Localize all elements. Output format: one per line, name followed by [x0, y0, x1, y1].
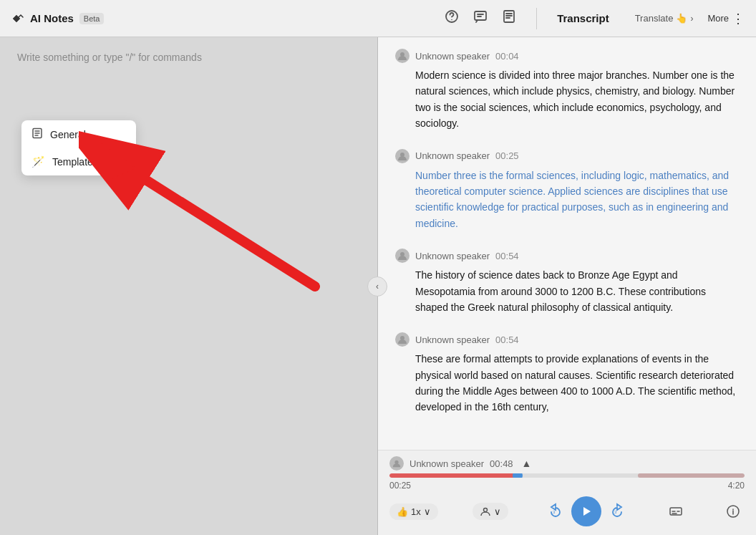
speaker-name-2: Unknown speaker [415, 150, 490, 161]
chat-icon[interactable] [473, 9, 488, 27]
speaker-avatar-4 [395, 332, 410, 347]
notes-icon[interactable] [502, 9, 516, 27]
svg-rect-2 [475, 11, 486, 20]
partial-speaker-row: Unknown speaker 00:48 ▲ [389, 456, 745, 471]
progress-thumb[interactable] [513, 473, 523, 478]
header-divider [536, 8, 537, 29]
player-bar: Unknown speaker 00:48 ▲ 00:25 4:20 👍 [378, 450, 756, 535]
transcript-text-4: These are formal attempts to provide exp… [395, 351, 739, 415]
speaker-avatar-1 [395, 49, 410, 63]
rewind-icon: 3 [546, 501, 566, 521]
right-panel: Unknown speaker 00:04 Modern science is … [378, 37, 756, 535]
info-button[interactable] [722, 500, 745, 523]
transcript-entry-1: Unknown speaker 00:04 Modern science is … [395, 49, 739, 132]
header-icons: Transcript Translate 👆 › More ⋮ [445, 8, 745, 29]
rewind-button[interactable]: 3 [543, 498, 568, 524]
dropdown-item-template[interactable]: 🪄 Template li... [21, 148, 136, 175]
transcript-title: Transcript [557, 12, 609, 24]
chevron-left-icon: ‹ [376, 281, 379, 291]
speed-label: 1x [411, 506, 421, 517]
template-emoji-icon: 🪄 [32, 155, 45, 168]
collapse-panel-button[interactable]: ‹ [367, 276, 387, 297]
svg-point-1 [451, 19, 452, 21]
transcript-entry-4: Unknown speaker 00:54 These are formal a… [395, 332, 739, 415]
editor-placeholder[interactable]: Write something or type "/" for commands [0, 37, 377, 77]
general-icon [32, 127, 43, 141]
svg-text:3: 3 [553, 510, 556, 514]
info-icon [726, 504, 740, 519]
transcript-text-2[interactable]: Number three is the formal sciences, inc… [395, 168, 739, 232]
partial-time-text: 00:48 [490, 458, 513, 469]
app-header: AI Notes Beta Transcript T [0, 0, 756, 37]
dots-icon: ⋮ [732, 11, 745, 26]
play-button[interactable] [571, 496, 601, 526]
forward-icon: 3 [607, 501, 627, 521]
speaker-line-1: Unknown speaker 00:04 [395, 49, 739, 63]
speaker-name-3: Unknown speaker [415, 251, 490, 261]
template-label: Template li... [52, 156, 109, 168]
translate-emoji-icon: 👆 [676, 13, 687, 24]
translate-label: Translate [635, 13, 674, 24]
speaker-line-3: Unknown speaker 00:54 [395, 249, 739, 263]
partial-speaker-text: Unknown speaker [410, 458, 484, 469]
partial-speaker-avatar [389, 456, 404, 471]
forward-button[interactable]: 3 [604, 498, 630, 524]
thumbs-up-icon: 👍 [397, 506, 408, 517]
speaker-name-4: Unknown speaker [415, 334, 490, 345]
speaker-time-4: 00:54 [495, 334, 519, 345]
captions-icon [669, 504, 683, 519]
time-row: 00:25 4:20 [389, 481, 745, 491]
speaker-avatar-2 [395, 149, 410, 163]
dropdown-item-general[interactable]: General [21, 120, 136, 148]
speaker-avatar-3 [395, 249, 410, 263]
speaker-time-1: 00:04 [495, 51, 519, 62]
translate-button[interactable]: Translate 👆 › [635, 13, 694, 24]
total-time: 4:20 [728, 481, 745, 491]
speaker-line-2: Unknown speaker 00:25 [395, 149, 739, 163]
progress-future [638, 473, 745, 478]
progress-track[interactable] [389, 473, 745, 478]
left-panel: Write something or type "/" for commands… [0, 37, 378, 535]
speaker-time-2: 00:25 [495, 150, 519, 161]
speaker-time-3: 00:54 [495, 251, 519, 261]
transcript-text-3: The history of science dates back to Bro… [395, 267, 739, 315]
transcript-text-1: Modern science is divided into three maj… [395, 67, 739, 132]
progress-played [389, 473, 518, 478]
svg-point-12 [483, 509, 487, 512]
logo-icon [11, 12, 24, 25]
progress-row[interactable] [389, 473, 745, 478]
captions-button[interactable] [664, 500, 687, 523]
general-label: General [50, 129, 86, 140]
speaker-line-4: Unknown speaker 00:54 [395, 332, 739, 347]
chevron-right-icon: › [690, 14, 693, 24]
play-icon [580, 505, 593, 518]
more-button[interactable]: More ⋮ [707, 11, 745, 26]
controls-row: 👍 1x ∨ ∨ [389, 496, 745, 526]
expand-icon[interactable]: ▲ [522, 458, 532, 469]
header-left: AI Notes Beta [11, 12, 104, 25]
speaker-select-button[interactable]: ∨ [472, 503, 508, 520]
speed-chevron-icon: ∨ [424, 506, 431, 517]
playback-controls: 3 3 [543, 496, 630, 526]
beta-badge: Beta [79, 13, 105, 24]
transcript-entry-2: Unknown speaker 00:25 Number three is th… [395, 149, 739, 232]
speaker-chevron-icon: ∨ [494, 506, 501, 517]
svg-rect-3 [504, 11, 514, 22]
transcript-scroll-area[interactable]: Unknown speaker 00:04 Modern science is … [378, 37, 756, 450]
more-label: More [707, 13, 729, 24]
app-title: AI Notes [30, 12, 74, 24]
help-icon[interactable] [445, 9, 459, 27]
transcript-entry-3: Unknown speaker 00:54 The history of sci… [395, 249, 739, 315]
speed-button[interactable]: 👍 1x ∨ [389, 503, 438, 520]
dropdown-menu: General 🪄 Template li... [21, 120, 136, 175]
speaker-name-1: Unknown speaker [415, 51, 490, 62]
current-time: 00:25 [389, 481, 411, 491]
main-content: Write something or type "/" for commands… [0, 37, 756, 535]
speaker-icon [480, 506, 491, 517]
